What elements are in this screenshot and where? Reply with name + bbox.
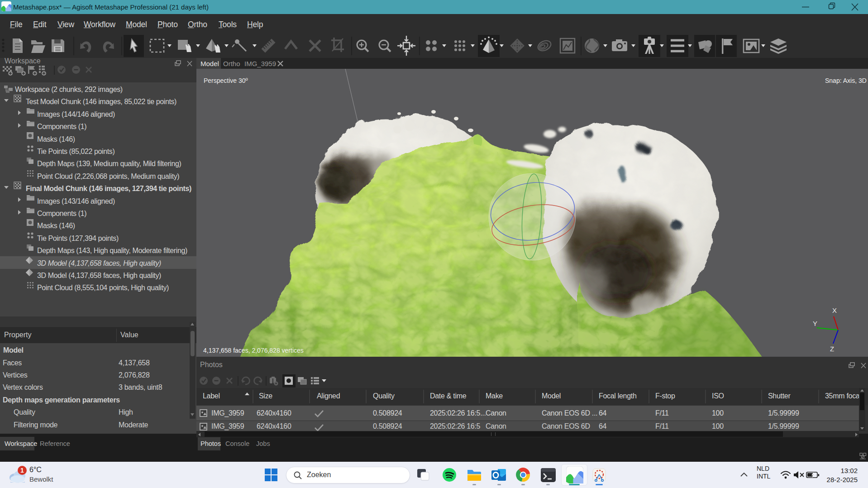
svg-text:1: 1 bbox=[20, 467, 24, 474]
svg-text:Z: Z bbox=[830, 345, 834, 353]
svg-text:Y: Y bbox=[813, 320, 817, 327]
svg-text:X: X bbox=[832, 306, 837, 314]
